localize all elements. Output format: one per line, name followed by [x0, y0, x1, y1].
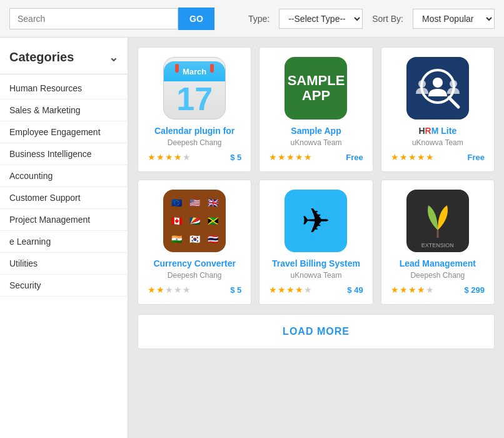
currency-app-icon: 🇪🇺 🇺🇸 🇬🇧 🇨🇦 🇸🇨 🇯🇲 🇮🇳 🇰🇷 🇹🇭 — [163, 190, 226, 252]
stars-lead: ★ ★ ★ ★ ★ — [391, 285, 434, 295]
app-price-lead: $ 299 — [464, 285, 485, 295]
star-2: ★ — [156, 152, 164, 162]
chevron-down-icon[interactable]: ⌄ — [109, 51, 118, 64]
app-card-travel: ✈ Travel Billing System uKnowva Team ★ ★… — [259, 180, 373, 305]
sample-app-icon-text: SAMPLEAPP — [288, 73, 345, 103]
app-name-calendar[interactable]: Calendar plugin for — [154, 126, 234, 136]
app-grid: March 17 Calendar plugin for Deepesh Cha… — [138, 47, 495, 305]
app-card-hrm: HRM Lite uKnowva Team ★ ★ ★ ★ ★ Free — [381, 47, 495, 172]
type-select[interactable]: --Select Type-- Free Paid — [279, 9, 363, 29]
flag-us: 🇺🇸 — [186, 197, 203, 208]
sidebar-item-human-resources[interactable]: Human Resources — [0, 78, 128, 99]
go-button[interactable]: GO — [178, 8, 214, 30]
sidebar-item-business-intelligence[interactable]: Business Intelligence — [0, 143, 128, 165]
app-footer-lead: ★ ★ ★ ★ ★ $ 299 — [391, 285, 485, 295]
calendar-day: 17 — [176, 83, 213, 115]
sidebar: Categories ⌄ Human Resources Sales & Mar… — [0, 38, 128, 438]
app-name-hrm[interactable]: HRM Lite — [418, 126, 456, 136]
star-5: ★ — [183, 152, 191, 162]
load-more-button[interactable]: LOAD MORE — [138, 314, 495, 349]
filter-area: Type: --Select Type-- Free Paid Sort By:… — [248, 9, 495, 29]
flag-gb: 🇬🇧 — [204, 197, 221, 208]
app-footer-calendar: ★ ★ ★ ★ ★ $ 5 — [148, 152, 241, 162]
svg-point-2 — [433, 78, 443, 88]
search-box: GO — [9, 8, 222, 30]
app-card-calendar: March 17 Calendar plugin for Deepesh Cha… — [138, 47, 251, 172]
app-footer-currency: ★ ★ ★ ★ ★ $ 5 — [148, 285, 241, 295]
app-footer-sample: ★ ★ ★ ★ ★ Free — [269, 152, 363, 162]
app-author-calendar: Deepesh Chang — [168, 138, 222, 147]
app-card-sample: SAMPLEAPP Sample App uKnowva Team ★ ★ ★ … — [259, 47, 373, 172]
load-more-label: LOAD MORE — [283, 326, 350, 337]
main-layout: Categories ⌄ Human Resources Sales & Mar… — [0, 38, 504, 438]
app-footer-travel: ★ ★ ★ ★ ★ $ 49 — [269, 285, 363, 295]
flag-jm: 🇯🇲 — [204, 215, 221, 227]
lead-app-icon: EXTENSION — [406, 190, 469, 252]
header: GO Type: --Select Type-- Free Paid Sort … — [0, 0, 504, 38]
plane-icon: ✈ — [301, 201, 330, 241]
stars-currency: ★ ★ ★ ★ ★ — [148, 285, 191, 295]
app-footer-hrm: ★ ★ ★ ★ ★ Free — [391, 152, 485, 162]
sample-app-icon: SAMPLEAPP — [285, 57, 347, 120]
star-3: ★ — [165, 152, 173, 162]
app-author-currency: Deepesh Chang — [168, 271, 222, 280]
travel-app-icon: ✈ — [285, 190, 347, 252]
app-author-travel: uKnowva Team — [291, 271, 342, 280]
extension-label: EXTENSION — [421, 242, 454, 248]
sidebar-item-elearning[interactable]: e Learning — [0, 231, 128, 253]
app-author-lead: Deepesh Chang — [410, 271, 465, 280]
flag-kr: 🇰🇷 — [186, 233, 203, 245]
sidebar-item-accounting[interactable]: Accounting — [0, 165, 128, 187]
flag-in: 🇮🇳 — [168, 233, 184, 245]
app-price-hrm: Free — [468, 153, 485, 162]
app-name-sample[interactable]: Sample App — [291, 126, 341, 136]
app-price-currency: $ 5 — [230, 285, 241, 295]
svg-point-4 — [450, 80, 457, 88]
sidebar-item-project-management[interactable]: Project Management — [0, 209, 128, 231]
sidebar-item-security[interactable]: Security — [0, 275, 128, 297]
flag-eu: 🇪🇺 — [168, 197, 184, 208]
app-price-travel: $ 49 — [347, 285, 363, 295]
svg-line-1 — [449, 98, 458, 107]
flag-th: 🇹🇭 — [204, 233, 221, 245]
sidebar-divider — [0, 74, 128, 74]
sidebar-item-customer-support[interactable]: Customer Support — [0, 187, 128, 209]
search-input[interactable] — [9, 8, 178, 29]
type-label: Type: — [248, 14, 270, 24]
calendar-app-icon: March 17 — [163, 57, 226, 120]
content-area: March 17 Calendar plugin for Deepesh Cha… — [128, 38, 504, 438]
app-price-sample: Free — [346, 153, 363, 162]
flag-ca: 🇨🇦 — [168, 215, 184, 227]
app-author-sample: uKnowva Team — [291, 138, 342, 147]
star-1: ★ — [148, 152, 156, 162]
app-name-travel[interactable]: Travel Billing System — [272, 258, 360, 268]
app-name-currency[interactable]: Currency Converter — [153, 258, 236, 268]
hrm-svg — [406, 57, 469, 120]
sortby-select[interactable]: Most Popular Newest Highest Rated — [413, 9, 495, 29]
sidebar-item-employee-engagement[interactable]: Employee Engagement — [0, 121, 128, 143]
categories-label: Categories — [9, 50, 74, 64]
hrm-app-icon — [406, 57, 469, 120]
star-4: ★ — [174, 152, 182, 162]
categories-header: Categories ⌄ — [0, 47, 128, 74]
stars-hrm: ★ ★ ★ ★ ★ — [391, 152, 434, 162]
app-card-currency: 🇪🇺 🇺🇸 🇬🇧 🇨🇦 🇸🇨 🇯🇲 🇮🇳 🇰🇷 🇹🇭 Currency Conv… — [138, 180, 251, 305]
app-price-calendar: $ 5 — [230, 153, 241, 162]
calendar-month: March — [164, 61, 225, 81]
sidebar-item-sales-marketing[interactable]: Sales & Marketing — [0, 99, 128, 121]
app-author-hrm: uKnowva Team — [412, 138, 463, 147]
flag-sc: 🇸🇨 — [186, 215, 203, 227]
svg-point-3 — [418, 80, 426, 88]
stars-calendar: ★ ★ ★ ★ ★ — [148, 152, 191, 162]
sidebar-item-utilities[interactable]: Utilities — [0, 253, 128, 275]
stars-sample: ★ ★ ★ ★ ★ — [269, 152, 312, 162]
app-card-lead: EXTENSION Lead Management Deepesh Chang … — [381, 180, 495, 305]
sortby-label: Sort By: — [372, 14, 403, 24]
stars-travel: ★ ★ ★ ★ ★ — [269, 285, 312, 295]
app-name-lead[interactable]: Lead Management — [400, 258, 476, 268]
